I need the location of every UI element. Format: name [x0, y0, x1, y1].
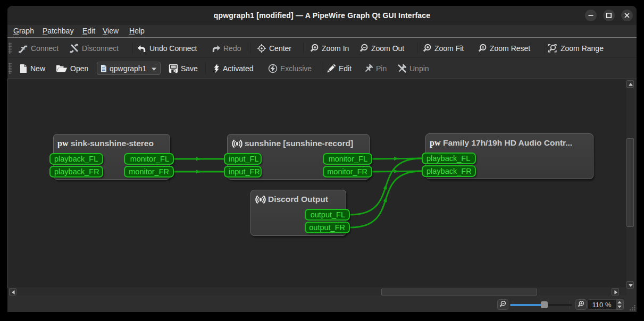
- svg-text:pw: pw: [57, 139, 69, 148]
- svg-text:pw: pw: [430, 139, 441, 148]
